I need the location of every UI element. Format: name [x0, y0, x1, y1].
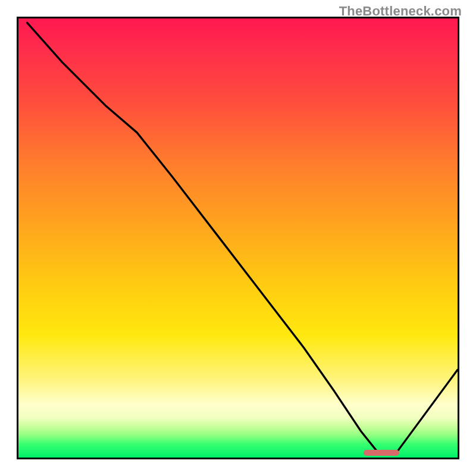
watermark-text: TheBottleneck.com [339, 4, 462, 19]
chart-frame [17, 17, 459, 459]
optimal-range-marker [364, 450, 399, 456]
bottleneck-curve [18, 18, 458, 458]
curve-path [27, 23, 458, 453]
